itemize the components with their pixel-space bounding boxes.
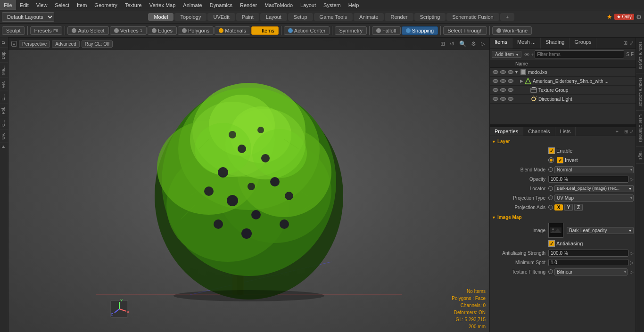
layout-dropdown[interactable]: Default Layouts — [2, 12, 54, 22]
props-add-tab[interactable]: + — [612, 127, 622, 136]
item-vis3-4[interactable] — [507, 97, 514, 101]
viewport-search-icon[interactable]: 🔍 — [459, 40, 466, 47]
tab-layout[interactable]: Layout — [260, 13, 287, 21]
viewport-expand-icon[interactable]: ▷ — [481, 40, 485, 47]
tex-filter-radio[interactable] — [548, 269, 553, 274]
tab-shading[interactable]: Shading — [541, 38, 570, 49]
item-vis2-4[interactable] — [499, 97, 507, 101]
auto-select-button[interactable]: Auto Select — [67, 26, 108, 35]
opacity-input[interactable] — [548, 176, 628, 183]
materials-button[interactable]: Materials — [215, 26, 250, 35]
left-tab-d[interactable]: D — [0, 38, 8, 47]
texture-filtering-select[interactable]: Bilinear — [554, 268, 627, 275]
props-tab-properties[interactable]: Properties — [490, 127, 523, 136]
items-filter-icon[interactable]: + — [531, 52, 534, 57]
viewport-camera-icon[interactable]: ↺ — [450, 40, 454, 47]
sculpt-button[interactable]: Sculpt — [2, 26, 25, 35]
menu-select[interactable]: Select — [51, 0, 73, 10]
settings-icon[interactable]: ⚙ — [636, 13, 642, 21]
presets-button[interactable]: Presets F6 — [30, 26, 63, 35]
invert-checkbox[interactable]: ✓ — [557, 157, 563, 163]
left-tab-me[interactable]: Me... — [0, 62, 8, 78]
tab-uvedit[interactable]: UVEdit — [207, 13, 235, 21]
perspective-btn[interactable]: Perspective — [19, 40, 50, 48]
projection-type-select[interactable]: UV Map — [554, 194, 634, 202]
tab-topology[interactable]: Topology — [174, 13, 206, 21]
item-row-texture-group[interactable]: ▶ Texture Group — [490, 86, 636, 95]
ray-gl-btn[interactable]: Ray GL: Off — [82, 40, 113, 48]
right-edge-tab-texture-layers[interactable]: Texture Layers — [636, 38, 644, 73]
props-tab-lists[interactable]: Lists — [555, 127, 576, 136]
menu-texture[interactable]: Texture — [121, 0, 146, 10]
tab-render[interactable]: Render — [385, 13, 413, 21]
minimum-spot-expand-icon[interactable]: ▷ — [630, 260, 634, 265]
viewport-settings-icon[interactable]: ⚙ — [471, 40, 476, 47]
select-through-button[interactable]: Select Through — [443, 26, 487, 35]
menu-layout[interactable]: Layout — [297, 0, 320, 10]
props-fullscreen-icon[interactable]: ⤢ — [630, 129, 634, 134]
snapping-button[interactable]: Snapping — [402, 26, 438, 35]
minimum-spot-input[interactable] — [548, 259, 628, 266]
proj-type-radio[interactable] — [548, 195, 553, 200]
item-vis-1[interactable] — [492, 70, 499, 74]
image-thumbnail[interactable] — [548, 223, 563, 238]
locator-dropdown[interactable]: Bark-Leaf_opacity (Image) (Tex... ▾ — [554, 185, 634, 192]
vertices-button[interactable]: Vertices 1 — [110, 26, 147, 35]
tab-paint[interactable]: Paint — [236, 13, 259, 21]
enable-checkbox[interactable]: ✓ — [548, 147, 555, 154]
menu-geometry[interactable]: Geometry — [91, 0, 121, 10]
menu-system[interactable]: System — [320, 0, 345, 10]
proj-axis-x-btn[interactable]: X — [554, 204, 563, 211]
menu-vertex-map[interactable]: Vertex Map — [146, 0, 180, 10]
tex-filter-expand-btn[interactable]: ▷ — [630, 269, 634, 275]
tab-game-tools[interactable]: Game Tools — [314, 13, 353, 21]
item-vis2-3[interactable] — [499, 88, 507, 92]
tab-schematic-fusion[interactable]: Schematic Fusion — [446, 13, 499, 21]
left-tab-ver[interactable]: Ver. — [0, 78, 8, 91]
items-button[interactable]: Items — [251, 26, 279, 35]
tab-items[interactable]: Items — [490, 38, 512, 49]
tab-groups[interactable]: Groups — [570, 38, 596, 49]
proj-axis-radio[interactable] — [548, 205, 553, 210]
star-button[interactable]: ★ — [607, 13, 612, 20]
right-tab-fullscreen-icon[interactable]: ⤢ — [629, 40, 634, 46]
advanced-btn[interactable]: Advanced — [52, 40, 79, 48]
image-dropdown[interactable]: Bark-Leaf_opacity ▾ — [567, 227, 634, 234]
antialiasing-expand-icon[interactable]: ▷ — [630, 251, 634, 256]
proj-axis-z-btn[interactable]: Z — [574, 204, 583, 211]
tab-mesh[interactable]: Mesh ... — [512, 38, 541, 49]
add-item-button[interactable]: Add Item ▾ — [492, 51, 521, 58]
item-vis-2[interactable] — [492, 79, 499, 83]
right-edge-tab-texture-locator[interactable]: Texture Locator — [636, 73, 644, 111]
item-vis3-2[interactable] — [507, 79, 514, 83]
tab-scripting[interactable]: Scripting — [414, 13, 446, 21]
viewport[interactable]: ≡ Perspective Advanced Ray GL: Off ⊞ ↺ 🔍… — [8, 38, 489, 332]
menu-view[interactable]: View — [33, 0, 51, 10]
edges-button[interactable]: Edges — [148, 26, 177, 35]
menu-item[interactable]: Item — [73, 0, 91, 10]
item-row-shrub[interactable]: ▶ American_Elderberry_Shrub_with ... — [490, 77, 636, 86]
viewport-menu-btn[interactable]: ≡ — [11, 41, 17, 47]
right-tab-expand-icon[interactable]: ⊞ — [623, 40, 627, 46]
menu-edit[interactable]: Edit — [16, 0, 33, 10]
viewport-grid-icon[interactable]: ⊞ — [440, 40, 445, 47]
proj-axis-y-btn[interactable]: Y — [564, 204, 573, 211]
tab-animate[interactable]: Animate — [354, 13, 384, 21]
left-tab-pol[interactable]: Pol. — [0, 104, 8, 117]
props-tab-channels[interactable]: Channels — [523, 127, 555, 136]
left-tab-uv[interactable]: UV. — [0, 130, 8, 142]
menu-help[interactable]: Help — [345, 0, 363, 10]
antialiasing-checkbox[interactable]: ✓ — [548, 240, 555, 247]
items-filter-toggle[interactable]: F — [631, 52, 634, 57]
action-center-button[interactable]: Action Center — [284, 26, 330, 35]
left-tab-c[interactable]: C... — [0, 117, 8, 130]
locator-radio[interactable] — [548, 186, 553, 191]
menu-maxtomodo[interactable]: MaxToModo — [261, 0, 297, 10]
menu-dynamics[interactable]: Dynamics — [206, 0, 236, 10]
left-tab-e[interactable]: E... — [0, 91, 8, 104]
item-arrow-2[interactable]: ▶ — [520, 79, 523, 83]
menu-render[interactable]: Render — [236, 0, 261, 10]
opacity-expand-icon[interactable]: ▷ — [630, 177, 634, 182]
right-edge-tab-tags[interactable]: Tags — [636, 147, 644, 164]
invert-radio[interactable] — [548, 157, 554, 163]
